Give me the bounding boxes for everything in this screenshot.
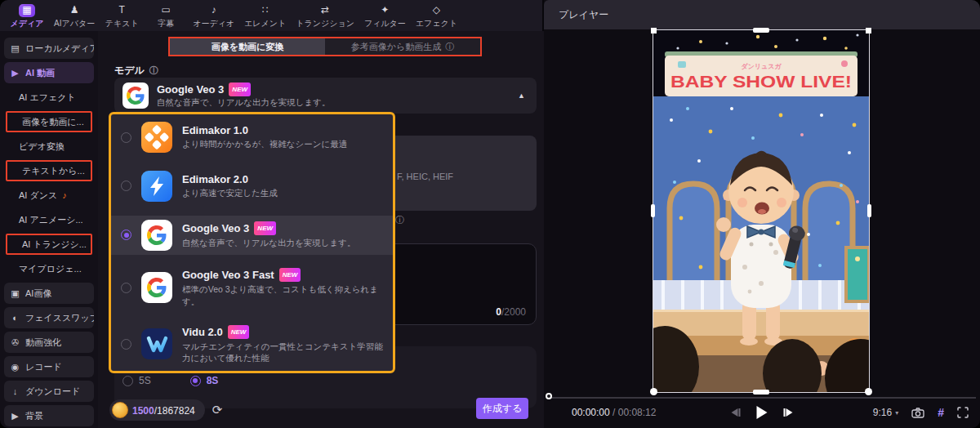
credits-total: /1867824 <box>154 405 195 417</box>
sidebar-item-image-to-video[interactable]: 画像を動画に... <box>6 111 92 132</box>
toolbar-tab-label: テキスト <box>105 18 139 29</box>
sidebar-item-ai-animation[interactable]: AI アニメーシ... <box>4 209 94 230</box>
preview-canvas-image[interactable]: ダンリュスガ BABY SHOW LIVE! <box>653 30 869 392</box>
edimakor-1-icon <box>141 122 172 153</box>
edimakor-2-icon <box>141 171 172 202</box>
model-option-edimakor-2[interactable]: Edimakor 2.0 より高速で安定した生成 <box>111 167 393 206</box>
radio-unselected-icon[interactable] <box>121 132 131 143</box>
duration-5s-option[interactable]: 5S <box>122 375 151 386</box>
fullscreen-icon[interactable] <box>957 407 969 418</box>
play-icon <box>757 406 768 419</box>
time-current: 00:00:00 <box>572 407 610 418</box>
resize-handle-bottom-left[interactable] <box>650 388 657 395</box>
aspect-ratio-value: 9:16 <box>873 407 892 418</box>
next-frame-button[interactable] <box>784 408 793 417</box>
subtitles-icon: ▭ <box>161 4 170 17</box>
tab-image-to-video[interactable]: 画像を動画に変換 <box>170 38 325 55</box>
tab-reference-image[interactable]: 参考画像から動画生成 ⓘ <box>325 38 480 55</box>
chevron-down-icon: ▾ <box>895 409 898 417</box>
create-button[interactable]: 作成する <box>476 398 528 419</box>
playhead-knob[interactable] <box>546 393 552 399</box>
duration-options: 5S 8S <box>122 375 218 386</box>
toolbar-tab-ai-avatar[interactable]: ♟ AIアバター <box>51 4 98 29</box>
previous-frame-button[interactable] <box>732 408 741 417</box>
selected-model-card[interactable]: Google Veo 3NEW 自然な音声で、リアルな出力を実現します。 ▲ <box>114 78 537 114</box>
banner-tagline-text: ダンリュスガ <box>741 63 782 70</box>
model-desc: より高速で安定した生成 <box>182 187 278 198</box>
sidebar-item-ai-effect[interactable]: AI エフェクト <box>4 87 94 108</box>
model-option-edimakor-1[interactable]: Edimakor 1.0 より時間がかかるが、複雑なシーンに最適 <box>111 118 393 157</box>
resize-handle-bottom-center[interactable] <box>753 390 769 395</box>
selected-model-name: Google Veo 3 <box>157 83 224 96</box>
sidebar-item-ai-transition[interactable]: AI トランジシ... <box>6 234 92 255</box>
resize-handle-top-left[interactable] <box>651 28 657 33</box>
sidebar-item-download[interactable]: ↓ ダウンロード <box>4 381 94 402</box>
sidebar-item-text-to-video[interactable]: テキストから... <box>6 160 92 181</box>
record-icon: ◉ <box>10 362 20 372</box>
sidebar-item-video-convert[interactable]: ビデオ変換 <box>4 136 94 157</box>
aspect-ratio-dropdown[interactable]: 9:16 ▾ <box>873 407 898 418</box>
sidebar-item-ai-image[interactable]: ▣ AI画像 <box>4 283 94 304</box>
model-desc: マルチエンティティの一貫性とコンテキスト学習能力において優れた性能 <box>182 341 383 363</box>
toolbar-tab-label: フィルター <box>364 18 406 29</box>
player-title: プレイヤー <box>559 8 608 22</box>
toolbar-tab-effects[interactable]: ◇ エフェクト <box>412 4 461 29</box>
text-icon: T <box>118 4 124 17</box>
model-name: Google Veo 3 <box>182 222 249 234</box>
toolbar-tab-media[interactable]: ▦ メディア <box>7 4 47 29</box>
toolbar-tab-text[interactable]: T テキスト <box>101 4 142 29</box>
banner-title-text: BABY SHOW LIVE! <box>670 72 852 91</box>
resize-handle-bottom-right[interactable] <box>865 388 872 395</box>
radio-unselected-icon[interactable] <box>121 339 131 350</box>
info-icon[interactable]: ⓘ <box>149 65 158 77</box>
toolbar-tab-elements[interactable]: ∷ エレメント <box>241 4 289 29</box>
next-frame-icon <box>786 408 793 417</box>
radio-unselected-icon[interactable] <box>121 283 131 293</box>
player-right-controls: 9:16 ▾ # <box>873 406 969 419</box>
sidebar-item-background[interactable]: ▶ 背景 <box>4 405 94 426</box>
sidebar-item-record[interactable]: ◉ レコード <box>4 356 94 377</box>
resize-handle-mid-right[interactable] <box>867 204 871 217</box>
safe-area-grid-icon[interactable]: # <box>938 406 944 419</box>
sidebar-item-video-enhance[interactable]: ✇ 動画強化 <box>4 332 94 353</box>
snapshot-camera-icon[interactable] <box>911 408 924 418</box>
player-controls: 00:00:00 / 00:08:12 9:16 ▾ # <box>544 400 980 425</box>
sidebar-item-local-media[interactable]: ▤ ローカルメディア <box>4 38 94 59</box>
model-section-label: モデル ⓘ <box>114 64 158 78</box>
toolbar-tab-filters[interactable]: ✦ フィルター <box>361 4 409 29</box>
enhance-icon: ✇ <box>10 337 20 348</box>
resize-handle-top-right[interactable] <box>866 28 871 33</box>
selected-model-desc: 自然な音声で、リアルな出力を実現します。 <box>157 97 330 109</box>
sidebar-item-ai-dance[interactable]: AI ダンス ♪ <box>4 185 94 206</box>
seek-bar[interactable] <box>548 397 976 399</box>
toolbar-tab-audio[interactable]: ♪ オーディオ <box>189 4 238 29</box>
model-option-google-veo-3[interactable]: Google Veo 3NEW 自然な音声で、リアルな出力を実現します。 <box>111 216 393 255</box>
model-name: Edimakor 2.0 <box>182 173 248 185</box>
sidebar-label: ローカルメディア <box>25 42 94 55</box>
tab-label: 画像を動画に変換 <box>212 41 284 53</box>
resize-handle-mid-left[interactable] <box>651 204 655 217</box>
play-button[interactable] <box>757 406 768 419</box>
refresh-icon[interactable]: ⟳ <box>212 403 223 417</box>
image-icon: ▣ <box>10 288 20 299</box>
duration-label: 8S <box>207 375 219 386</box>
radio-selected-icon[interactable] <box>190 376 201 386</box>
sidebar-item-ai-video[interactable]: ▶ AI 動画 <box>4 62 94 83</box>
sidebar-item-my-projects[interactable]: マイプロジェ... <box>4 258 94 279</box>
radio-unselected-icon[interactable] <box>122 376 133 386</box>
radio-unselected-icon[interactable] <box>121 181 131 191</box>
radio-selected-icon[interactable] <box>121 230 131 240</box>
duration-8s-option[interactable]: 8S <box>190 375 219 386</box>
sidebar-item-face-swap[interactable]: ◐ フェイススワップ <box>4 307 94 328</box>
toolbar-tab-subtitles[interactable]: ▭ 字幕 <box>145 4 186 29</box>
toolbar-tab-transitions[interactable]: ⇄ トランジション <box>292 4 358 29</box>
resize-handle-top-center[interactable] <box>753 28 769 33</box>
credits-pill: 1500/1867824 <box>109 399 205 421</box>
dancer-icon: ♪ <box>62 190 67 200</box>
model-option-google-veo-3-fast[interactable]: Google Veo 3 FastNEW 標準のVeo 3より高速で、コストも低… <box>111 264 393 310</box>
info-icon[interactable]: ⓘ <box>395 214 404 226</box>
model-option-vidu-2[interactable]: Vidu 2.0NEW マルチエンティティの一貫性とコンテキスト学習能力において… <box>111 321 393 368</box>
face-swap-icon: ◐ <box>10 313 20 323</box>
avatar-icon: ♟ <box>70 4 79 17</box>
collapse-arrow-icon[interactable]: ▲ <box>518 91 525 100</box>
